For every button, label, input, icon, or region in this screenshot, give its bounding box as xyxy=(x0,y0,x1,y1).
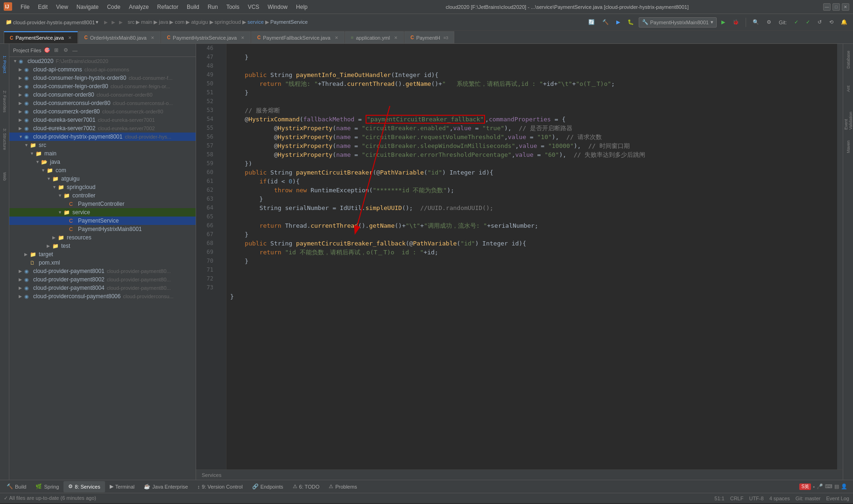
tab-payment-service[interactable]: C PaymentService.java ✕ xyxy=(4,31,78,43)
tab-application-yml[interactable]: ≡ application.yml ✕ xyxy=(345,31,404,43)
btab-endpoints[interactable]: 🔗 Endpoints xyxy=(247,481,288,492)
vcs-update-button[interactable]: ↺ xyxy=(815,16,825,28)
btab-version-control[interactable]: ↕ 9: Version Control xyxy=(193,481,247,492)
tree-item-target[interactable]: ▶ 📁 target xyxy=(9,250,196,259)
indent-info[interactable]: 4 spaces xyxy=(769,496,790,501)
tab-payment-h[interactable]: C PaymentH ≡3 xyxy=(404,31,454,43)
run-config-dropdown[interactable]: 🔧 PaymentHystrixMain8001 ▾ xyxy=(639,17,717,28)
sidebar-close-icon[interactable]: — xyxy=(71,47,79,54)
tree-item-cloud2020[interactable]: ▼ ◉ cloud2020 F:\JetBrains\cloud2020 xyxy=(9,57,196,65)
debug-button[interactable]: 🐛 xyxy=(625,16,637,28)
close-button[interactable]: ✕ xyxy=(842,3,849,11)
cursor-position[interactable]: 51:1 xyxy=(714,496,724,501)
menu-analyze[interactable]: Analyze xyxy=(125,3,153,11)
tree-item-provider-payment8001[interactable]: ▶ ◉ cloud-provider-payment8001 cloud-pro… xyxy=(9,267,196,275)
menu-run[interactable]: Run xyxy=(204,3,222,11)
structure-tool-button[interactable]: 3: Structure xyxy=(0,120,9,158)
project-tool-button[interactable]: 1: Project xyxy=(0,46,9,83)
tab-close-icon[interactable]: ✕ xyxy=(151,35,155,40)
run-button[interactable]: ▶ xyxy=(613,16,623,28)
btab-services[interactable]: ⚙ 8: Services xyxy=(63,481,105,492)
tab-close-icon[interactable]: ✕ xyxy=(241,35,245,40)
tree-item-providerconsul-payment8006[interactable]: ▶ ◉ cloud-providerconsul-payment8006 clo… xyxy=(9,292,196,301)
menu-window[interactable]: Window xyxy=(264,3,291,11)
tree-item-consumer-feign-hystrix[interactable]: ▶ ◉ cloud-consumer-feign-hystrix-order80… xyxy=(9,74,196,82)
tree-item-consumerzk-order[interactable]: ▶ ◉ cloud-consumerzk-order80 cloud-consu… xyxy=(9,107,196,116)
menu-edit[interactable]: Edit xyxy=(34,3,51,11)
menu-vcs[interactable]: VCS xyxy=(244,3,263,11)
tree-item-consumer-order[interactable]: ▶ ◉ cloud-consumer-order80 cloud-consume… xyxy=(9,91,196,99)
btab-terminal[interactable]: ▶ Terminal xyxy=(105,481,140,492)
editor-scroll[interactable]: 4647484950 5152535455 5657585960 6162636… xyxy=(196,44,843,469)
database-tool-button[interactable]: Database xyxy=(844,46,853,74)
tree-item-payment-hystrix-main[interactable]: C PaymentHystrixMain8001 xyxy=(9,225,196,233)
menu-file[interactable]: File xyxy=(17,3,33,11)
tree-item-java[interactable]: ▼ 📂 java xyxy=(9,158,196,166)
menu-build[interactable]: Build xyxy=(183,3,203,11)
tree-item-consumer-feign-order[interactable]: ▶ ◉ cloud-consumer-feign-order80 cloud-c… xyxy=(9,82,196,91)
tree-item-main[interactable]: ▼ 📁 main xyxy=(9,149,196,158)
btab-problems[interactable]: ⚠ Problems xyxy=(324,481,361,492)
sidebar-locate-icon[interactable]: 🎯 xyxy=(43,47,51,54)
code-editor[interactable]: } public String paymentInfo_TimeOutHandl… xyxy=(226,44,837,469)
tree-item-service-folder[interactable]: ▼ 📁 service xyxy=(9,208,196,217)
btab-java-enterprise[interactable]: ☕ Java Enterprise xyxy=(139,481,192,492)
tab-close-icon[interactable]: ✕ xyxy=(335,35,338,40)
menu-tools[interactable]: Tools xyxy=(223,3,243,11)
menu-view[interactable]: View xyxy=(52,3,72,11)
ant-tool-button[interactable]: Ant xyxy=(844,75,853,103)
settings-button[interactable]: ⚙ xyxy=(764,16,774,28)
vcs-push-button[interactable]: ✓ xyxy=(803,16,813,28)
event-validation-tool-button[interactable]: Event Validation xyxy=(844,104,853,132)
btab-spring[interactable]: 🌿 Spring xyxy=(31,481,63,492)
encoding[interactable]: UTF-8 xyxy=(749,496,763,501)
menu-refactor[interactable]: Refactor xyxy=(154,3,182,11)
favorites-tool-button[interactable]: 2: Favorites xyxy=(0,83,9,120)
tab-payment-fallback[interactable]: C PaymentFallbackService.java ✕ xyxy=(251,31,345,43)
tab-payment-hystrix-service[interactable]: C PaymentHystrixService.java ✕ xyxy=(161,31,251,43)
btab-build[interactable]: 🔨 Build xyxy=(2,481,31,492)
debug-action-button[interactable]: 🐞 xyxy=(730,16,742,28)
toolbar-project-dropdown[interactable]: 📁 cloud-provider-hystrix-payment8001 ▾ xyxy=(3,16,101,28)
run-action-button[interactable]: ▶ xyxy=(719,16,728,28)
vcs-history-button[interactable]: ⟲ xyxy=(826,16,836,28)
tree-item-provider-payment8004[interactable]: ▶ ◉ cloud-provider-payment8004 cloud-pro… xyxy=(9,284,196,292)
search-button[interactable]: 🔍 xyxy=(750,16,762,28)
git-button[interactable]: Git: xyxy=(776,16,790,28)
sync-button[interactable]: 🔄 xyxy=(585,16,598,28)
event-log-button[interactable]: Event Log xyxy=(826,496,849,501)
maven-tool-button[interactable]: Maven xyxy=(844,133,853,161)
tree-item-resources[interactable]: ▶ 📁 resources xyxy=(9,233,196,242)
tab-order-hystrix[interactable]: C OrderHystrixMain80.java ✕ xyxy=(78,31,161,43)
line-ending[interactable]: CRLF xyxy=(730,496,744,501)
tree-item-payment-service[interactable]: C PaymentService xyxy=(9,217,196,225)
sidebar-expand-icon[interactable]: ⊞ xyxy=(53,47,60,54)
tree-item-pom[interactable]: 🗋 pom.xml xyxy=(9,259,196,267)
web-tool-button[interactable]: Web xyxy=(0,158,9,195)
tree-item-api-commons[interactable]: ▶ ◉ cloud-api-commons cloud-api-commons xyxy=(9,65,196,74)
notifications-button[interactable]: 🔔 xyxy=(838,16,850,28)
tree-item-com[interactable]: ▼ 📁 com xyxy=(9,166,196,175)
tree-item-atguigu[interactable]: ▼ 📁 atguigu xyxy=(9,175,196,183)
vcs-check-button[interactable]: ✓ xyxy=(791,16,801,28)
minimize-button[interactable]: — xyxy=(823,3,831,11)
tree-item-springcloud[interactable]: ▼ 📁 springcloud xyxy=(9,183,196,191)
build-button[interactable]: 🔨 xyxy=(599,16,612,28)
tree-item-consumerconsul-order[interactable]: ▶ ◉ cloud-consumerconsul-order80 cloud-c… xyxy=(9,99,196,107)
tree-item-eureka-server7002[interactable]: ▶ ◉ cloud-eureka-server7002 cloud-eureka… xyxy=(9,124,196,133)
sidebar-settings-icon[interactable]: ⚙ xyxy=(62,47,70,54)
menu-code[interactable]: Code xyxy=(103,3,124,11)
tree-item-provider-payment8002[interactable]: ▶ ◉ cloud-provider-payment8002 cloud-pro… xyxy=(9,275,196,284)
btab-todo[interactable]: ⚠ 6: TODO xyxy=(288,481,324,492)
tree-item-provider-hystrix[interactable]: ▼ ◉ cloud-provider-hystrix-payment8001 c… xyxy=(9,133,196,141)
maximize-button[interactable]: □ xyxy=(832,3,840,11)
tree-item-controller[interactable]: ▼ 📁 controller xyxy=(9,191,196,200)
tree-item-payment-controller[interactable]: C PaymentController xyxy=(9,200,196,208)
tab-close-icon[interactable]: ✕ xyxy=(394,35,398,40)
menu-navigate[interactable]: Navigate xyxy=(73,3,102,11)
tree-item-eureka-server7001[interactable]: ▶ ◉ cloud-eureka-server7001 cloud-eureka… xyxy=(9,116,196,124)
tree-item-src[interactable]: ▼ 📁 src xyxy=(9,141,196,149)
tab-close-icon[interactable]: ✕ xyxy=(68,35,72,40)
tree-item-test[interactable]: ▶ 📁 test xyxy=(9,242,196,250)
menu-help[interactable]: Help xyxy=(292,3,311,11)
